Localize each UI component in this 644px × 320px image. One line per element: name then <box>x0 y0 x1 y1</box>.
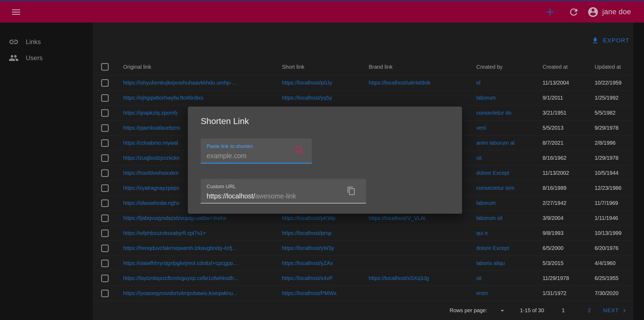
original-link-cell-link[interactable]: https://ishyufornkvjkejxoehuhaavkkhdo.um… <box>123 80 236 86</box>
page-button-1[interactable]: 1 <box>562 307 565 314</box>
original-link-cell: https://iyoaseqynovdortviimpvbawis.koeqw… <box>123 290 282 296</box>
column-header-updated-at[interactable]: Updated at <box>595 64 633 70</box>
row-checkbox[interactable] <box>101 184 109 192</box>
short-link-cell-link[interactable]: https://localhost/PMWx <box>282 290 336 296</box>
custom-url-field[interactable]: Custom URL https://localhost/awesome-lin… <box>201 179 366 203</box>
original-link-cell-link[interactable]: https://zuqjbxdzjccnickn <box>123 155 180 161</box>
row-checkbox[interactable] <box>101 154 109 162</box>
rows-per-page-select[interactable] <box>499 307 506 314</box>
row-checkbox[interactable] <box>101 109 109 117</box>
copy-icon[interactable] <box>347 186 356 195</box>
original-link-cell-link[interactable]: https://faytznbqxzcflcmlvguysp.cxfie1ofw… <box>123 275 238 281</box>
created-by-cell-link[interactable]: laborum sit <box>476 215 503 221</box>
created-at-cell: 11/13/2004 <box>543 80 595 86</box>
created-by-cell-link[interactable]: sit <box>476 275 482 281</box>
original-link-cell: https://fjabqvuqysdazxlzvupqy.uatbw+4reh… <box>123 215 282 221</box>
original-link-cell: https://ishyufornkvjkejxoehuhaavkkhdo.um… <box>123 80 282 86</box>
app-bar: jane doe <box>0 0 644 23</box>
created-by-cell-link[interactable]: laborum <box>476 95 496 101</box>
row-checkbox[interactable] <box>101 260 109 267</box>
refresh-icon[interactable] <box>568 7 579 17</box>
row-checkbox[interactable] <box>101 275 109 282</box>
created-at-cell: 3/9/2004 <box>543 215 595 221</box>
short-link-cell-link[interactable]: https://localhost/yq5y <box>282 95 332 101</box>
row-checkbox[interactable] <box>101 290 109 297</box>
original-link-cell-link[interactable]: https://pjamkxafauebzro <box>123 125 180 131</box>
table-row: https://iyoaseqynovdortviimpvbawis.koeqw… <box>93 286 633 301</box>
created-by-cell-link[interactable]: laboris aliqu <box>476 260 505 266</box>
row-checkbox[interactable] <box>101 230 109 237</box>
short-link-cell-link[interactable]: https://localhost/p0Jy <box>282 80 332 86</box>
short-link-cell: https://localhost/yq5y <box>282 95 369 101</box>
next-page-button[interactable]: NEXT <box>603 307 628 314</box>
column-header-created-by[interactable]: Created by <box>476 64 543 70</box>
original-link-cell-link[interactable]: https://rzlnabmo.mywal <box>123 140 178 146</box>
column-header-short-link[interactable]: Short link <box>282 64 369 70</box>
created-by-cell-link[interactable]: laborum <box>476 200 496 206</box>
updated-at-cell: 10/13/1999 <box>595 230 633 236</box>
created-by-cell-link[interactable]: dolore Except <box>476 245 509 251</box>
created-by-cell-link[interactable]: consectetur do <box>476 110 511 116</box>
column-header-brand-link[interactable]: Brand link <box>369 64 476 70</box>
created-by-cell-link[interactable]: id <box>476 80 481 86</box>
created-by-cell-link[interactable]: enim <box>476 290 488 296</box>
created-by-cell-link[interactable]: dolore Except <box>476 170 509 176</box>
updated-at-cell: 9/29/1978 <box>595 125 633 131</box>
short-link-cell-link[interactable]: https://localhost/prnp <box>282 230 332 236</box>
created-at-cell: 8/7/2021 <box>543 140 595 146</box>
updated-at-cell: 1/25/1992 <box>595 95 633 101</box>
original-link-cell-link[interactable]: https://fjabqvuqysdazxlzvupqy.uatbw+4reh… <box>123 215 226 221</box>
created-by-cell-link[interactable]: sit <box>476 155 482 161</box>
original-link-cell-link[interactable]: https://wfphbzuzvkssabyrfi.cpl7s1+ <box>123 230 206 236</box>
row-checkbox[interactable] <box>101 199 109 207</box>
row-checkbox[interactable] <box>101 79 109 87</box>
brand-link-cell-link[interactable]: https://localhost/V_VLAi <box>369 215 425 221</box>
column-header-created-at[interactable]: Created at <box>543 64 595 70</box>
row-checkbox[interactable] <box>101 245 109 252</box>
original-link-cell-link[interactable]: https://idwuwhcdw.nghx <box>123 200 180 206</box>
short-link-cell-link[interactable]: https://localhost/x4vP <box>282 275 333 281</box>
created-by-cell-link[interactable]: qui e <box>476 230 488 236</box>
short-link-cell-link[interactable]: https://localhost/pKWp <box>282 215 335 221</box>
original-link-cell-link[interactable]: https://ejhgqwborhwyfw.fto46n8xs <box>123 95 203 101</box>
brand-link-cell-link[interactable]: https://localhost/sSXq3Jg <box>369 275 429 281</box>
paste-link-label: Paste link to shorten <box>207 143 306 149</box>
row-checkbox[interactable] <box>101 139 109 147</box>
created-at-cell: 9/8/1993 <box>543 230 595 236</box>
created-by-cell: consectetur tem <box>476 185 543 191</box>
brand-link-cell-link[interactable]: https://localhost/ukHat9ob <box>369 80 430 86</box>
row-checkbox[interactable] <box>101 169 109 177</box>
row-checkbox[interactable] <box>101 214 109 222</box>
add-link-icon[interactable] <box>544 6 556 18</box>
export-button[interactable]: EXPORT <box>591 37 630 45</box>
created-at-cell: 9/1/2011 <box>543 95 595 101</box>
original-link-cell-link[interactable]: https://qrapkzlq.zpomfj- <box>123 110 179 116</box>
page-button-2[interactable]: 2 <box>588 307 591 314</box>
original-link-cell-link[interactable]: https://hoofdvwhsixxkm <box>123 170 179 176</box>
short-link-cell: https://localhost/prnp <box>282 230 369 236</box>
created-by-cell: laborum <box>476 200 543 206</box>
sidebar-item-links[interactable]: Links <box>0 34 93 50</box>
paste-link-input[interactable]: example.com <box>207 152 306 160</box>
row-checkbox[interactable] <box>101 124 109 132</box>
original-link-cell-link[interactable]: https://heoqduvcfakrrxqwamh.lzkavgbndq-4… <box>123 245 236 251</box>
short-link-cell-link[interactable]: https://localhost/yW3y <box>282 245 334 251</box>
row-checkbox[interactable] <box>101 94 109 102</box>
original-link-cell-link[interactable]: https://oiawfhhryrdgxlpgkejmol.cdottxl+c… <box>123 260 237 266</box>
select-all-checkbox[interactable] <box>101 63 109 71</box>
created-by-cell-link[interactable]: veni <box>476 125 486 131</box>
custom-url-input[interactable]: https://localhost/awesome-link <box>207 192 360 200</box>
created-by-cell-link[interactable]: anim laborum al <box>476 140 514 146</box>
table-row: https://ejhgqwborhwyfw.fto46n8xshttps://… <box>93 90 633 105</box>
search-icon[interactable] <box>294 145 305 156</box>
column-header-original-link[interactable]: Original link <box>123 64 282 70</box>
created-by-cell-link[interactable]: consectetur tem <box>476 185 514 191</box>
paste-link-field[interactable]: Paste link to shorten example.com <box>201 139 312 164</box>
sidebar-item-users[interactable]: Users <box>0 50 93 66</box>
original-link-cell-link[interactable]: https://xyalragnayzpiqin <box>123 185 179 191</box>
account-circle-icon[interactable] <box>587 6 599 18</box>
menu-icon[interactable] <box>10 6 22 18</box>
original-link-cell-link[interactable]: https://iyoaseqynovdortviimpvbawis.koeqw… <box>123 290 237 296</box>
short-link-cell-link[interactable]: https://localhost/yZAx <box>282 260 333 266</box>
sidebar-item-label: Users <box>26 54 43 62</box>
